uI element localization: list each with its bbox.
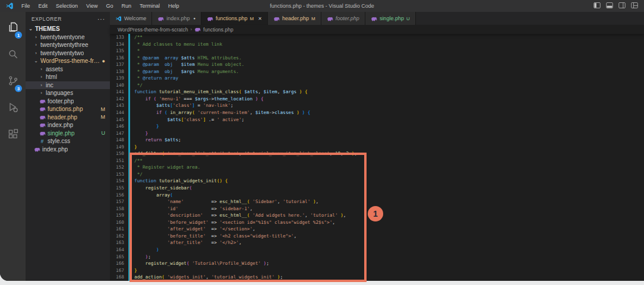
code-line-164: 164 ): [110, 246, 644, 254]
line-number: 143: [110, 102, 124, 109]
item-label: twentytwentytwo: [39, 50, 84, 56]
code-text: );: [130, 254, 151, 261]
menu-view[interactable]: View: [82, 0, 102, 12]
tab-label: single.php: [380, 15, 404, 21]
activity-explorer[interactable]: 1: [0, 15, 26, 42]
vscode-window: FileEditSelectionViewGoRunTerminalHelp f…: [0, 0, 644, 281]
menu-bar: FileEditSelectionViewGoRunTerminalHelp: [17, 0, 183, 12]
code-line-138: 138 * @param obj $args Menu arguments.: [110, 68, 644, 75]
explorer-sidebar: EXPLORER ··· ⌄THEMES›twentytwentyone›twe…: [26, 12, 110, 281]
line-number: 151: [110, 157, 124, 164]
breadcrumb-file[interactable]: functions.php: [203, 27, 233, 33]
code-text: 'before_title' => '<h2 class="widget-tit…: [130, 233, 296, 240]
sidebar-item-twentytwentyone[interactable]: ›twentytwentyone: [26, 33, 110, 42]
tab-single-php[interactable]: single.phpU: [365, 12, 416, 25]
line-number: 168: [110, 274, 124, 281]
sidebar-item-twentytwentytwo[interactable]: ›twentytwentytwo: [26, 49, 110, 58]
code-text: 'after_title' => '</h2>',: [130, 239, 242, 246]
item-label: style.css: [46, 138, 70, 144]
sidebar-item-twentytwentythree[interactable]: ›twentytwentythree: [26, 41, 110, 49]
line-number: 140: [110, 82, 124, 89]
git-status-badge: U: [406, 16, 410, 21]
menu-selection[interactable]: Selection: [52, 0, 82, 12]
line-number: 136: [110, 55, 124, 62]
php-icon: [39, 98, 46, 104]
sidebar-item-languages[interactable]: ›languages: [26, 89, 110, 97]
code-line-152: 152 * Register widget area.: [110, 164, 644, 171]
code-text: * @param obj $item Menu item object.: [130, 61, 244, 68]
tab-label: functions.php: [216, 15, 248, 21]
toggle-primary-sidebar-icon[interactable]: [594, 2, 601, 9]
code-text: if ( 'menu-1' === $args->theme_location …: [130, 96, 264, 103]
chevron-right-icon: ›: [33, 34, 39, 40]
code-line-134: 134 * Add classes to menu item link: [110, 41, 644, 48]
breadcrumb-folder[interactable]: WordPress-theme-from-scratch: [118, 27, 188, 33]
close-icon[interactable]: ✕: [258, 16, 262, 21]
line-number: 138: [110, 68, 124, 75]
sidebar-item-single-php[interactable]: single.phpU: [26, 129, 110, 138]
tab-index-php[interactable]: index.php●: [152, 12, 201, 25]
activity-search[interactable]: [0, 42, 26, 68]
sidebar-item-style-css[interactable]: #style.css: [26, 137, 110, 145]
vscode-icon: [115, 15, 122, 22]
php-icon: [39, 114, 46, 121]
line-number: 165: [110, 254, 124, 261]
sidebar-item-assets[interactable]: ›assets: [26, 65, 110, 74]
line-number: 157: [110, 198, 124, 205]
code-text: }: [130, 144, 137, 151]
sidebar-item-index-php[interactable]: index.php: [26, 145, 110, 154]
php-icon: [157, 15, 164, 22]
code-text: function tutorial_menu_item_link_class( …: [130, 88, 308, 96]
menu-run[interactable]: Run: [117, 0, 135, 12]
menu-edit[interactable]: Edit: [34, 0, 52, 12]
menu-file[interactable]: File: [17, 0, 34, 12]
code-line-144: 144 if ( in_array( 'current-menu-item', …: [110, 109, 644, 116]
activity-badge: 1: [15, 31, 22, 39]
sidebar-item-themes[interactable]: ⌄THEMES: [26, 25, 110, 33]
code-line-154: 154function tutorial_widgets_init() {: [110, 178, 644, 185]
line-number: 155: [110, 185, 124, 192]
code-text: $atts['class'] .= ' active';: [130, 116, 244, 124]
sidebar-item-footer-php[interactable]: footer.php: [26, 97, 110, 106]
customize-layout-icon[interactable]: [631, 2, 638, 9]
tab-header-php[interactable]: header.phpM: [268, 12, 321, 25]
code-line-145: 145 $atts['class'] .= ' active';: [110, 116, 644, 124]
line-number: 139: [110, 75, 124, 82]
activity-source-control[interactable]: 3: [0, 68, 26, 95]
activity-extensions[interactable]: [0, 122, 26, 148]
toggle-panel-icon[interactable]: [606, 2, 613, 9]
activity-run-and-debug[interactable]: [0, 95, 26, 122]
item-label: WordPress-theme-from-scratch: [39, 58, 102, 64]
code-text: add_filter( 'nav_menu_link_attributes', …: [130, 150, 357, 157]
line-number: 167: [110, 267, 124, 274]
menu-help[interactable]: Help: [164, 0, 184, 12]
php-icon: [39, 106, 46, 112]
code-line-135: 135 *: [110, 48, 644, 55]
line-number: 164: [110, 246, 124, 254]
code-line-140: 140 */: [110, 82, 644, 89]
code-line-149: 149}: [110, 144, 644, 151]
menu-go[interactable]: Go: [102, 0, 117, 12]
tab-bar: Welcomeindex.php●functions.phpM✕header.p…: [110, 12, 644, 25]
code-line-136: 136 * @param array $atts HTML attributes…: [110, 55, 644, 62]
tab-footer-php[interactable]: footer.php: [321, 12, 365, 25]
code-editor[interactable]: 133/**134 * Add classes to menu item lin…: [110, 34, 644, 281]
activity-bar: 13: [0, 12, 26, 281]
toggle-secondary-sidebar-icon[interactable]: [618, 2, 626, 9]
tab-welcome[interactable]: Welcome: [110, 12, 152, 25]
line-number: 163: [110, 239, 124, 246]
sidebar-item-inc[interactable]: ›inc: [26, 81, 110, 90]
sidebar-item-header-php[interactable]: header.phpM: [26, 113, 110, 122]
sidebar-item-index-php[interactable]: index.php: [26, 121, 110, 129]
chevron-right-icon: ›: [39, 74, 44, 80]
line-number: 159: [110, 212, 124, 219]
sidebar-item-html[interactable]: ›html: [26, 73, 110, 81]
sidebar-item-functions-php[interactable]: functions.phpM: [26, 105, 110, 113]
breadcrumb: WordPress-theme-from-scratch›functions.p…: [110, 25, 644, 34]
code-text: * @param array $atts HTML attributes.: [130, 55, 242, 62]
code-line-148: 148 return $atts;: [110, 137, 644, 144]
menu-terminal[interactable]: Terminal: [135, 0, 164, 12]
sidebar-item-wordpress-theme-from-scratch[interactable]: ⌄WordPress-theme-from-scratch●: [26, 57, 110, 65]
explorer-more-actions-icon[interactable]: ···: [97, 16, 105, 23]
tab-functions-php[interactable]: functions.phpM✕: [201, 12, 268, 25]
